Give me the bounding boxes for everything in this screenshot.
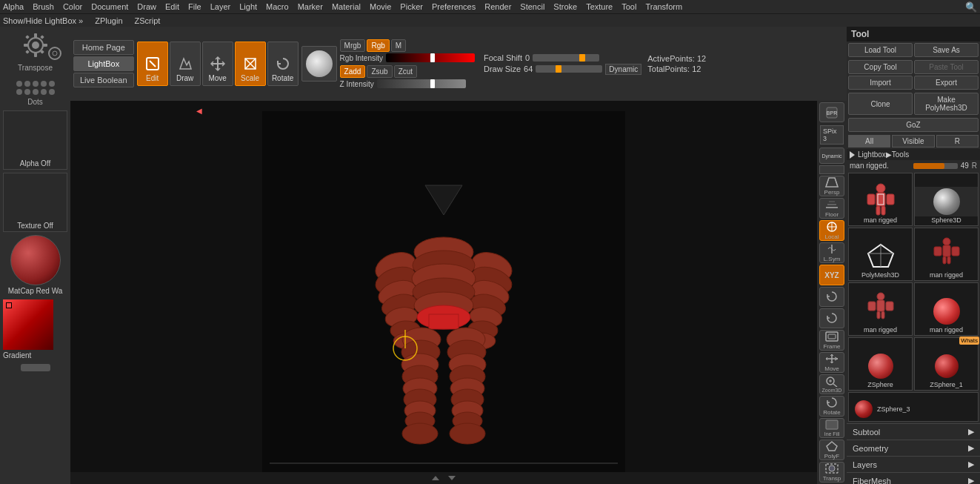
layers-header[interactable]: Layers ▶ (847, 457, 980, 472)
persp-button[interactable]: Persp (819, 176, 844, 196)
r-button[interactable]: R (936, 135, 979, 147)
canvas-area[interactable]: ◀ (70, 101, 817, 484)
tool-thumb-man-rigged-2[interactable]: man rigged (914, 228, 979, 281)
submenu-zplugin[interactable]: ZPlugin (95, 16, 122, 25)
dynamic-sub-1[interactable] (819, 165, 844, 174)
tool-thumb-zsphere3[interactable]: ZSphere_3 (848, 392, 979, 422)
edit-button[interactable]: Edit (137, 42, 168, 86)
dynamic-button[interactable]: Dynamic (605, 64, 641, 75)
tool-thumb-man-rigged-3[interactable]: man rigged (848, 282, 913, 336)
menu-stroke[interactable]: Stroke (553, 2, 577, 11)
load-tool-button[interactable]: Load Tool (848, 43, 913, 57)
dynamic-tools-button[interactable]: Dynamic (819, 147, 844, 164)
menu-transform[interactable]: Transform (645, 2, 682, 11)
tool-thumb-zsphere[interactable]: man rigged (914, 282, 979, 336)
texture-off-section[interactable]: Texture Off (3, 173, 67, 232)
home-page-tab[interactable]: Home Page (73, 40, 134, 55)
menu-render[interactable]: Render (484, 2, 511, 11)
rotate-button[interactable]: Rotate (267, 42, 299, 86)
menu-marker[interactable]: Marker (298, 2, 323, 11)
clone-button[interactable]: Clone (848, 93, 913, 115)
make-polymesh3d-button[interactable]: Make PolyMesh3D (914, 93, 979, 115)
rgb-intensity-slider[interactable] (386, 53, 475, 62)
search-icon[interactable]: 🔍 (965, 1, 977, 13)
matcap-section[interactable]: MatCap Red Wa (3, 235, 67, 295)
rotate-tool-button[interactable]: Rotate (819, 396, 844, 417)
menu-light[interactable]: Light (239, 2, 257, 11)
local-button[interactable]: Local (819, 220, 844, 241)
rgb-button[interactable]: Rgb (367, 39, 389, 52)
submenu-lightbox-toggle[interactable]: Show/Hide LightBox » (3, 16, 83, 25)
focal-shift-slider[interactable] (533, 54, 599, 62)
submenu-zscript[interactable]: ZScript (135, 16, 161, 25)
live-boolean-tab[interactable]: Live Boolean (73, 73, 134, 87)
scale-button[interactable]: Scale (235, 42, 266, 86)
whats-tooltip: Whats (959, 337, 979, 345)
zcut-button[interactable]: Zcut (394, 65, 417, 78)
tool-thumb-zsphere1[interactable]: ZSphere (848, 337, 913, 391)
floor-button[interactable]: Floor (819, 198, 844, 219)
man-rigged-r[interactable]: R (972, 162, 977, 170)
export-button[interactable]: Export (914, 76, 979, 90)
menu-preferences[interactable]: Preferences (432, 2, 476, 11)
menu-layer[interactable]: Layer (210, 2, 231, 11)
menu-alpha[interactable]: Alpha (3, 2, 24, 11)
zadd-button[interactable]: Zadd (340, 65, 366, 78)
fibermesh-header[interactable]: FiberMesh ▶ (847, 473, 980, 484)
menu-document[interactable]: Document (91, 2, 128, 11)
menu-color[interactable]: Color (63, 2, 82, 11)
lightbox-tab[interactable]: LightBox (73, 56, 134, 71)
menu-tool[interactable]: Tool (621, 2, 636, 11)
visible-button[interactable]: Visible (892, 135, 934, 147)
zsub-button[interactable]: Zsub (367, 65, 392, 78)
tool-thumb-man-rigged-1[interactable]: man rigged (848, 173, 913, 226)
import-button[interactable]: Import (848, 76, 913, 90)
refresh-button-2[interactable] (819, 308, 844, 328)
menu-texture[interactable]: Texture (586, 2, 613, 11)
zoom3d-button[interactable]: Zoom3D (819, 374, 844, 394)
move-button[interactable]: Move (202, 42, 233, 86)
menu-draw[interactable]: Draw (137, 2, 156, 11)
lightbox-tools-row[interactable]: Lightbox▶Tools (847, 149, 980, 160)
alpha-off-section[interactable]: Alpha Off (3, 110, 67, 170)
mrgb-button[interactable]: Mrgb (340, 39, 366, 52)
xyz-button[interactable]: XYZ (819, 265, 844, 285)
tool-thumb-zsphere2[interactable]: Whats ZSphere_1 (914, 337, 979, 391)
tool-thumb-polymesh3d[interactable]: PolyMesh3D (848, 228, 913, 281)
refresh-button-1[interactable] (819, 287, 844, 307)
color-picker-section[interactable]: Gradient (3, 299, 67, 359)
menu-edit[interactable]: Edit (165, 2, 179, 11)
menu-movie[interactable]: Movie (370, 2, 391, 11)
menu-material[interactable]: Material (332, 2, 361, 11)
all-button[interactable]: All (848, 135, 890, 147)
m-button[interactable]: M (391, 39, 406, 52)
subtool-header[interactable]: Subtool ▶ (847, 424, 980, 440)
canvas-scrollbar[interactable] (70, 472, 817, 484)
lsym-button[interactable]: L.Sym (819, 242, 844, 263)
scroll-thumb[interactable] (21, 364, 50, 371)
menu-brush[interactable]: Brush (33, 2, 54, 11)
spix-button[interactable]: SPix 3 (820, 125, 844, 145)
draw-size-slider[interactable] (536, 65, 602, 73)
menu-stencil[interactable]: Stencil (520, 2, 544, 11)
polyf-button[interactable]: PolyF (819, 440, 844, 460)
menu-file[interactable]: File (188, 2, 201, 11)
z-intensity-slider[interactable] (377, 79, 466, 88)
transp-button[interactable]: Transp (819, 462, 844, 483)
draw-button[interactable]: Draw (170, 42, 201, 86)
paste-tool-button[interactable]: Paste Tool (914, 60, 979, 74)
ine-fill-button[interactable]: Ine Fill (819, 418, 844, 438)
save-as-button[interactable]: Save As (914, 43, 979, 57)
tool-thumb-sphere3d[interactable]: Sphere3D (914, 173, 979, 226)
copy-tool-button[interactable]: Copy Tool (848, 60, 913, 74)
frame-button[interactable]: Frame (819, 330, 844, 351)
geometry-header[interactable]: Geometry ▶ (847, 440, 980, 456)
menu-picker[interactable]: Picker (400, 2, 423, 11)
sphere-button[interactable] (301, 46, 337, 82)
goz-button[interactable]: GoZ (848, 118, 979, 132)
man-rigged-slider[interactable] (913, 163, 958, 169)
bpr-button[interactable]: BPR (819, 102, 844, 122)
move-tool-button[interactable]: Move (819, 352, 844, 373)
color-picker-box[interactable] (3, 299, 53, 350)
menu-macro[interactable]: Macro (266, 2, 289, 11)
